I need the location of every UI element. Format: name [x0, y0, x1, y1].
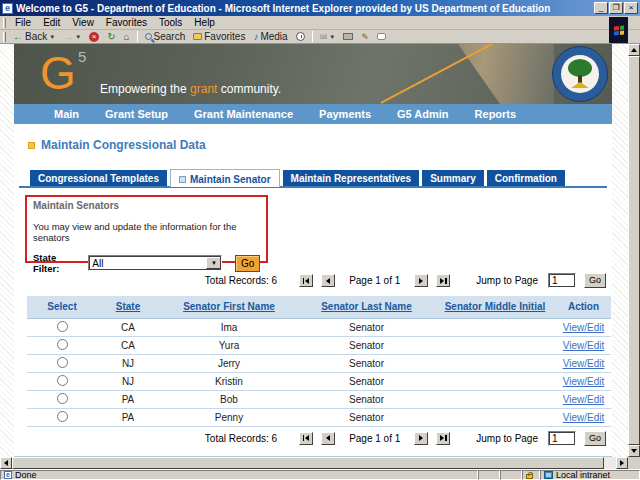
state-filter-label: State Filter: [33, 252, 82, 274]
page-indicator: Page 1 of 1 [349, 433, 400, 444]
jump-to-page-input[interactable] [548, 431, 576, 446]
next-page-button[interactable] [414, 432, 428, 445]
row-select-radio[interactable] [57, 375, 68, 386]
col-first-name[interactable]: Senator First Name [159, 296, 299, 318]
table-row: PA Bob Senator View/Edit [27, 390, 611, 408]
banner-orange-curve [381, 44, 524, 104]
nav-reports[interactable]: Reports [475, 108, 517, 120]
filter-go-button[interactable]: Go [235, 255, 260, 272]
tab-congressional-templates[interactable]: Congressional Templates [30, 170, 167, 187]
cell-first-name: Penny [159, 408, 299, 426]
heading-bullet-icon [28, 142, 35, 149]
scroll-up-button[interactable] [628, 44, 640, 56]
refresh-button[interactable]: ↻ [103, 32, 119, 42]
col-state[interactable]: State [97, 296, 159, 318]
ie-toolbar: ← Back ▼ → ▼ × ↻ ⌂ Search Favorites ♪ Me… [0, 30, 640, 44]
discuss-button[interactable] [373, 33, 390, 40]
last-page-button[interactable] [436, 274, 450, 287]
view-edit-link[interactable]: View/Edit [563, 358, 605, 369]
horizontal-scroll-thumb[interactable] [12, 457, 604, 469]
search-button[interactable]: Search [141, 31, 190, 42]
first-page-button[interactable] [299, 274, 313, 287]
next-page-button[interactable] [414, 274, 428, 287]
menu-tools[interactable]: Tools [153, 17, 188, 28]
favorites-button[interactable]: Favorites [189, 31, 249, 42]
state-filter-select[interactable]: All ▼ [88, 255, 222, 271]
close-button[interactable]: × [624, 2, 638, 14]
scroll-right-button[interactable] [616, 457, 628, 469]
row-select-radio[interactable] [57, 321, 68, 332]
media-icon: ♪ [253, 32, 258, 42]
media-button[interactable]: ♪ Media [249, 31, 291, 42]
row-select-radio[interactable] [57, 357, 68, 368]
col-last-name[interactable]: Senator Last Name [299, 296, 434, 318]
home-icon: ⌂ [124, 32, 130, 42]
mail-button[interactable]: ✉ ▼ [316, 32, 340, 42]
cell-last-name: Senator [299, 390, 434, 408]
horizontal-scrollbar[interactable] [0, 457, 628, 469]
forward-button[interactable]: → ▼ [59, 32, 85, 42]
menu-file[interactable]: File [9, 17, 37, 28]
view-edit-link[interactable]: View/Edit [563, 394, 605, 405]
view-edit-link[interactable]: View/Edit [563, 340, 605, 351]
security-pane [522, 470, 540, 480]
first-page-button[interactable] [299, 432, 313, 445]
cell-last-name: Senator [299, 354, 434, 372]
vertical-scroll-thumb[interactable] [628, 56, 640, 445]
minimize-button[interactable]: _ [594, 2, 608, 14]
cell-middle-initial [434, 408, 556, 426]
nav-grant-setup[interactable]: Grant Setup [105, 108, 168, 120]
col-select: Select [27, 296, 97, 318]
vertical-scrollbar[interactable] [628, 44, 640, 457]
prev-page-button[interactable] [321, 274, 335, 287]
tab-maintain-representatives[interactable]: Maintain Representatives [283, 170, 420, 187]
last-page-button[interactable] [436, 432, 450, 445]
nav-grant-maintenance[interactable]: Grant Maintenance [194, 108, 293, 120]
row-select-radio[interactable] [57, 393, 68, 404]
cell-first-name: Yura [159, 336, 299, 354]
view-edit-link[interactable]: View/Edit [563, 412, 605, 423]
menu-edit[interactable]: Edit [37, 17, 66, 28]
cell-first-name: Ima [159, 318, 299, 336]
tab-confirmation[interactable]: Confirmation [487, 170, 565, 187]
jump-go-button[interactable]: Go [584, 431, 606, 446]
prev-page-button[interactable] [321, 432, 335, 445]
forward-dropdown-icon[interactable]: ▼ [75, 34, 81, 40]
tagline-pre: Empowering the [100, 82, 190, 96]
col-middle-initial[interactable]: Senator Middle Initial [434, 296, 556, 318]
toolbar-grip [3, 18, 6, 28]
windows-flag-icon [614, 25, 624, 35]
menu-view[interactable]: View [66, 17, 100, 28]
refresh-icon: ↻ [107, 32, 115, 42]
tab-summary[interactable]: Summary [422, 170, 484, 187]
ie-logo-icon: e [2, 3, 13, 14]
back-button[interactable]: ← Back ▼ [9, 31, 59, 42]
tab-maintain-senator[interactable]: Maintain Senator [170, 169, 280, 187]
jump-go-button[interactable]: Go [584, 273, 606, 288]
menu-favorites[interactable]: Favorites [100, 17, 153, 28]
total-records: Total Records: 6 [205, 275, 277, 286]
nav-payments[interactable]: Payments [319, 108, 371, 120]
mail-dropdown-icon[interactable]: ▼ [329, 34, 335, 40]
home-button[interactable]: ⌂ [120, 32, 134, 42]
view-edit-link[interactable]: View/Edit [563, 322, 605, 333]
row-select-radio[interactable] [57, 339, 68, 350]
edit-button[interactable]: ✎ [357, 32, 373, 42]
view-edit-link[interactable]: View/Edit [563, 376, 605, 387]
scroll-down-button[interactable] [628, 445, 640, 457]
lock-icon [526, 474, 533, 479]
history-button[interactable] [292, 32, 309, 41]
chevron-down-icon[interactable]: ▼ [206, 257, 221, 269]
jump-to-page-input[interactable] [548, 273, 576, 288]
cell-middle-initial [434, 336, 556, 354]
menu-help[interactable]: Help [188, 17, 221, 28]
back-dropdown-icon[interactable]: ▼ [49, 34, 55, 40]
nav-g5-admin[interactable]: G5 Admin [397, 108, 449, 120]
print-button[interactable] [339, 33, 357, 40]
favorites-label: Favorites [204, 31, 245, 42]
row-select-radio[interactable] [57, 411, 68, 422]
restore-button[interactable]: ❐ [609, 2, 623, 14]
nav-main[interactable]: Main [54, 108, 79, 120]
scroll-left-button[interactable] [0, 457, 12, 469]
stop-button[interactable]: × [85, 32, 103, 42]
